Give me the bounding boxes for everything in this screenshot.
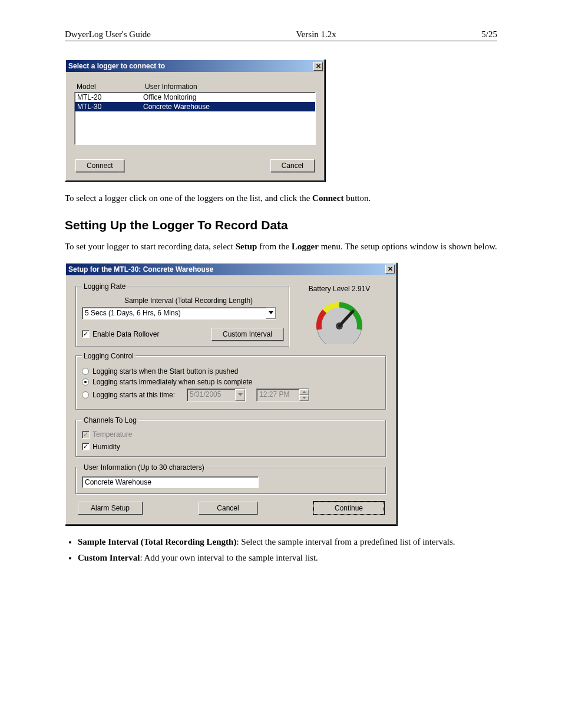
user-info-fieldset: User Information (Up to 30 characters) C…: [75, 463, 386, 495]
list-item[interactable]: MTL-30 Concrete Warehouse: [75, 102, 315, 111]
user-info-legend: User Information (Up to 30 characters): [82, 463, 206, 472]
para-connect-hint: To select a logger click on one of the l…: [65, 192, 497, 204]
radio-start-button[interactable]: Logging starts when the Start button is …: [82, 367, 380, 375]
close-icon[interactable]: ✕: [385, 265, 395, 274]
svg-marker-5: [302, 391, 306, 393]
dropdown-arrow-icon[interactable]: [235, 389, 245, 401]
alarm-setup-button[interactable]: Alarm Setup: [78, 502, 143, 515]
connect-button[interactable]: Connect: [75, 159, 124, 172]
checkbox-box: ✓: [82, 330, 90, 338]
setup-titlebar[interactable]: Setup for the MTL-30: Concrete Warehouse…: [66, 263, 396, 275]
continue-button[interactable]: Continue: [313, 502, 384, 515]
radio-start-immediate[interactable]: Logging starts immediately when setup is…: [82, 378, 380, 386]
radio-icon: [82, 391, 89, 398]
dropdown-arrow-icon[interactable]: [266, 308, 276, 319]
svg-marker-4: [238, 393, 243, 396]
checkbox-box: ✓: [82, 431, 90, 439]
spin-down-icon[interactable]: [299, 395, 309, 401]
enable-rollover-label: Enable Data Rollover: [92, 330, 159, 338]
channels-fieldset: Channels To Log ✓ Temperature ✓ Humidity: [75, 416, 386, 457]
section-heading: Setting Up the Logger To Record Data: [65, 218, 497, 232]
radio-icon: [82, 378, 89, 386]
channels-legend: Channels To Log: [82, 416, 138, 424]
user-info-input[interactable]: Concrete Warehouse: [82, 476, 259, 488]
logging-control-fieldset: Logging Control Logging starts when the …: [75, 352, 386, 410]
radio-label: Logging starts at this time:: [92, 391, 175, 399]
bullet-custom-interval: Custom Interval: Add your own interval t…: [78, 552, 497, 564]
radio-icon: [82, 368, 89, 375]
checkbox-box: ✓: [82, 443, 90, 450]
setup-title: Setup for the MTL-30: Concrete Warehouse: [68, 265, 213, 274]
sample-interval-label: Sample Interval (Total Recording Length): [94, 297, 283, 305]
list-user: Office Monitoring: [143, 93, 315, 101]
list-user: Concrete Warehouse: [143, 103, 315, 111]
logging-control-legend: Logging Control: [82, 352, 135, 360]
battery-label: Battery Level 2.91V: [292, 285, 386, 293]
list-model: MTL-20: [75, 93, 143, 101]
feature-bullets: Sample Interval (Total Recording Length)…: [78, 536, 497, 564]
radio-label: Logging starts immediately when setup is…: [92, 378, 252, 386]
header-center: Versin 1.2x: [296, 29, 336, 39]
start-time-picker[interactable]: 12:27 PM: [256, 388, 309, 401]
sample-interval-combo[interactable]: 5 Secs (1 Days, 6 Hrs, 6 Mins): [82, 307, 276, 319]
radio-label: Logging starts when the Start button is …: [92, 367, 239, 375]
temperature-label: Temperature: [92, 430, 132, 439]
logging-rate-legend: Logging Rate: [82, 282, 127, 291]
svg-marker-0: [269, 311, 273, 314]
start-date-value: 5/31/2005: [187, 389, 235, 401]
logger-listbox[interactable]: MTL-20 Office Monitoring MTL-30 Concrete…: [74, 92, 316, 145]
svg-marker-6: [302, 397, 306, 399]
cancel-button[interactable]: Cancel: [270, 159, 315, 172]
start-date-picker[interactable]: 5/31/2005: [187, 388, 246, 401]
cancel-button[interactable]: Cancel: [199, 502, 257, 515]
temperature-checkbox: ✓ Temperature: [82, 430, 132, 439]
header-right: 5/25: [481, 29, 497, 39]
col-model: Model: [74, 83, 145, 91]
enable-rollover-checkbox[interactable]: ✓ Enable Data Rollover: [82, 330, 159, 338]
logging-rate-fieldset: Logging Rate Sample Interval (Total Reco…: [75, 282, 290, 347]
header-left: DwyerLog User's Guide: [65, 29, 151, 39]
battery-panel: Battery Level 2.91V: [292, 285, 386, 344]
battery-gauge-icon: [307, 297, 372, 344]
select-logger-dialog: Select a logger to connect to ✕ Model Us…: [65, 59, 325, 182]
sample-interval-value: 5 Secs (1 Days, 6 Hrs, 6 Mins): [82, 308, 266, 319]
setup-dialog: Setup for the MTL-30: Concrete Warehouse…: [65, 262, 397, 525]
humidity-label: Humidity: [92, 443, 120, 451]
list-item[interactable]: MTL-20 Office Monitoring: [75, 93, 315, 102]
custom-interval-button[interactable]: Custom Interval: [211, 328, 283, 341]
spin-up-icon[interactable]: [299, 389, 309, 395]
col-userinfo: User Information: [145, 83, 316, 91]
radio-start-at-time[interactable]: Logging starts at this time: 5/31/2005 1…: [82, 388, 380, 401]
close-icon[interactable]: ✕: [313, 62, 323, 71]
select-logger-title: Select a logger to connect to: [68, 62, 165, 70]
para-setup-intro: To set your logger to start recording da…: [65, 241, 497, 252]
select-logger-titlebar[interactable]: Select a logger to connect to ✕: [66, 60, 324, 72]
humidity-checkbox[interactable]: ✓ Humidity: [82, 443, 120, 451]
start-time-value: 12:27 PM: [257, 389, 299, 401]
bullet-sample-interval: Sample Interval (Total Recording Length)…: [78, 536, 497, 548]
logger-list-header: Model User Information: [74, 83, 316, 91]
list-model: MTL-30: [75, 103, 143, 111]
page-header: DwyerLog User's Guide Versin 1.2x 5/25: [65, 29, 497, 41]
